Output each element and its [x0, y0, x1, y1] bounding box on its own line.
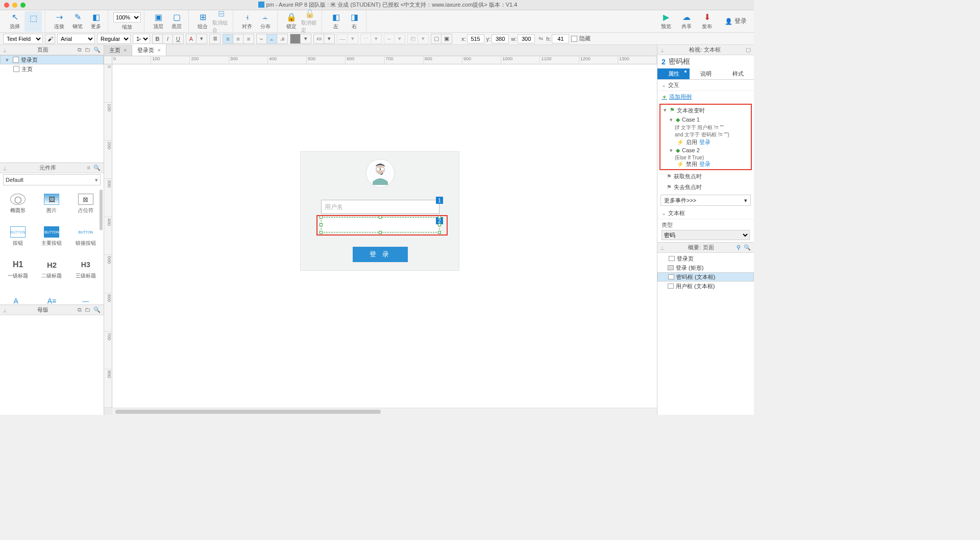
font-weight-select[interactable]: Regular: [97, 34, 131, 44]
pin-icon[interactable]: ⟂: [3, 165, 8, 171]
widget-11[interactable]: —: [71, 288, 101, 304]
widget-10[interactable]: A≡: [37, 288, 66, 304]
corner-button[interactable]: ◰: [408, 34, 418, 43]
add-page-icon[interactable]: ⧉: [78, 46, 82, 53]
align-top[interactable]: ⫟: [257, 34, 267, 43]
scrollbar-thumb[interactable]: [115, 410, 381, 414]
share-button[interactable]: ☁共享: [678, 11, 695, 32]
close-icon[interactable]: ×: [124, 47, 127, 53]
username-field[interactable]: 用户名: [321, 200, 439, 214]
shadow-out-button[interactable]: ▢: [431, 34, 442, 43]
fill-button[interactable]: [290, 34, 301, 43]
hidden-checkbox[interactable]: [571, 36, 577, 42]
scrollbar[interactable]: [100, 190, 103, 230]
line-style-button[interactable]: ⋯: [361, 34, 371, 43]
select-tool[interactable]: ↖选择: [6, 11, 23, 32]
border-dropdown[interactable]: ▾: [324, 34, 334, 43]
login-link[interactable]: 👤登录: [725, 17, 747, 26]
search-icon[interactable]: 🔍: [93, 307, 101, 313]
pin-icon[interactable]: ⟂: [660, 245, 666, 251]
case-1[interactable]: ▾◆Case 1: [660, 115, 751, 124]
minimize-icon[interactable]: [12, 3, 17, 8]
widget-style-select[interactable]: Text Field: [3, 34, 43, 44]
align-left-button[interactable]: ◧左: [327, 11, 345, 32]
page-item-home[interactable]: 主页: [0, 64, 104, 74]
bring-front-button[interactable]: ▣顶层: [150, 11, 167, 32]
line-width-button[interactable]: —: [337, 34, 348, 43]
distribute-button[interactable]: ⫠分布: [257, 11, 274, 32]
shadow-in-button[interactable]: ▣: [442, 34, 452, 43]
lock-ratio-icon[interactable]: ⇋: [537, 35, 544, 42]
font-select[interactable]: Arial: [57, 34, 95, 44]
search-icon[interactable]: 🔍: [93, 46, 101, 53]
widget-图片[interactable]: 🖼图片: [37, 190, 66, 218]
align-button[interactable]: ⫞对齐: [238, 11, 256, 32]
align-middle[interactable]: ⫠: [267, 34, 277, 43]
maximize-icon[interactable]: [20, 3, 26, 8]
align-center-text[interactable]: ≡: [233, 34, 243, 43]
page-item-login[interactable]: ▾登录页: [0, 55, 104, 64]
case-2-action[interactable]: ⚡禁用登录: [660, 160, 751, 168]
canvas[interactable]: 用户名 1 2 登 录: [112, 64, 657, 408]
lock-button[interactable]: 🔒锁定: [283, 11, 300, 32]
pin-icon[interactable]: ⟂: [3, 307, 8, 313]
outline-shape[interactable]: 登录 (矩形): [657, 263, 754, 272]
add-case-link[interactable]: ＋添加用例: [657, 91, 754, 103]
tab-notes[interactable]: 说明: [690, 68, 722, 79]
widget-占位符[interactable]: ⊠占位符: [71, 190, 101, 218]
pin-icon[interactable]: ⟂: [660, 47, 664, 53]
fill-dropdown[interactable]: ▾: [301, 34, 311, 43]
add-master-icon[interactable]: ⧉: [78, 307, 82, 313]
font-size-select[interactable]: 14: [133, 34, 150, 44]
outline-password[interactable]: 密码框 (文本框): [657, 272, 754, 281]
zoom-select[interactable]: 100%: [113, 12, 141, 22]
pin-icon[interactable]: ⟂: [3, 47, 8, 53]
underline-button[interactable]: U: [173, 34, 183, 43]
widget-三级标题[interactable]: H3三级标题: [71, 255, 101, 284]
unlock-button[interactable]: 🔓取消锁定: [301, 11, 318, 32]
h-scrollbar[interactable]: [112, 408, 657, 415]
w-input[interactable]: [518, 34, 535, 43]
style-painter-icon[interactable]: 🖌: [45, 34, 55, 44]
tab-style[interactable]: 样式: [722, 68, 754, 79]
type-select[interactable]: 密码: [662, 230, 750, 240]
filter-icon[interactable]: ⚲: [737, 244, 741, 251]
widget-9[interactable]: A_: [3, 288, 33, 304]
connect-tool[interactable]: ⇢连接: [51, 11, 68, 32]
event-got-focus[interactable]: ⚑获取焦点时: [657, 171, 754, 182]
outline-username[interactable]: 用户框 (文本框): [657, 281, 754, 291]
bullets-button[interactable]: ≣: [210, 34, 220, 43]
ungroup-button[interactable]: ⊟取消组合: [212, 11, 230, 32]
align-right-text[interactable]: ≡: [243, 34, 254, 43]
more-tools[interactable]: ◧更多: [87, 11, 105, 32]
more-events-dropdown[interactable]: 更多事件>>>▾: [660, 195, 751, 206]
event-text-change[interactable]: ▾⚑文本改变时: [660, 106, 751, 115]
x-input[interactable]: [467, 34, 484, 43]
outline-root[interactable]: 登录页: [657, 254, 754, 263]
case-1-action[interactable]: ⚡启用登录: [660, 138, 751, 146]
tab-home[interactable]: 主页×: [104, 44, 132, 56]
menu-icon[interactable]: ≡: [87, 165, 90, 171]
close-icon[interactable]: ×: [157, 47, 160, 53]
section-textfield[interactable]: ⌄文本框: [657, 208, 754, 219]
border-color-button[interactable]: ▭: [314, 34, 324, 43]
login-button[interactable]: 登 录: [353, 247, 408, 262]
search-icon[interactable]: 🔍: [744, 244, 751, 251]
bold-button[interactable]: B: [153, 34, 163, 43]
align-bottom[interactable]: ⫡: [277, 34, 287, 43]
y-input[interactable]: [492, 34, 509, 43]
case-2[interactable]: ▾◆Case 2: [660, 146, 751, 155]
text-color-button[interactable]: A: [186, 34, 197, 43]
italic-button[interactable]: I: [163, 34, 173, 43]
h-input[interactable]: [552, 34, 569, 43]
align-left-text[interactable]: ≡: [223, 34, 233, 43]
align-right-button[interactable]: ◨右: [346, 11, 363, 32]
text-color-dropdown[interactable]: ▾: [197, 34, 207, 43]
page-icon[interactable]: ▢: [746, 46, 751, 53]
add-folder-icon[interactable]: 🗀: [85, 307, 90, 313]
widget-二级标题[interactable]: H2二级标题: [37, 255, 66, 284]
footnote-badge-1[interactable]: 1: [436, 197, 443, 204]
add-folder-icon[interactable]: 🗀: [85, 46, 90, 53]
widget-按钮[interactable]: BUTTON按钮: [3, 222, 33, 251]
pen-tool[interactable]: ✎钢笔: [69, 11, 86, 32]
